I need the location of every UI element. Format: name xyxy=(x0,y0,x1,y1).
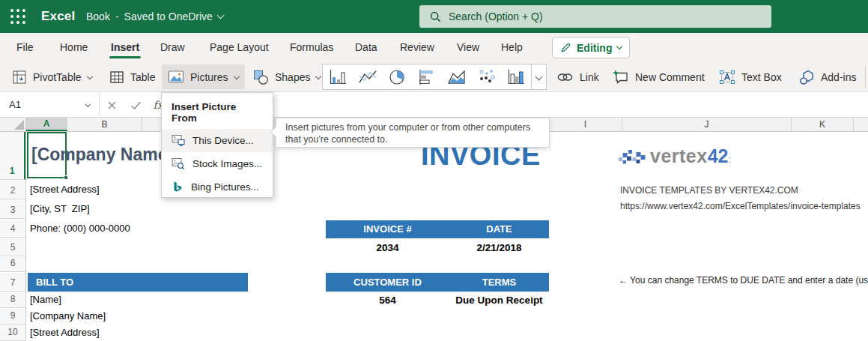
column-header-k[interactable]: K xyxy=(792,118,854,131)
column-header-partial[interactable] xyxy=(854,118,868,131)
dropdown-header: Insert Picture From xyxy=(162,93,273,129)
pictures-button[interactable]: Pictures xyxy=(162,64,245,89)
column-header-i[interactable]: I xyxy=(549,118,622,131)
ribbon-tab-bar: File Home Insert Draw Page Layout Formul… xyxy=(0,33,868,61)
cell-customer-id[interactable]: 564 xyxy=(326,295,449,306)
row-header-10[interactable]: 10 xyxy=(0,325,25,341)
row-header-1[interactable]: 1 xyxy=(0,132,25,180)
menu-item-this-device[interactable]: This Device... xyxy=(162,129,273,152)
invoice-number-values-row[interactable]: 2034 2/21/2018 xyxy=(326,242,549,253)
chevron-down-icon xyxy=(85,101,91,106)
cell-phone[interactable]: Phone: (000) 000-0000 xyxy=(30,223,130,234)
cell-bill-street[interactable]: [Street Address] xyxy=(30,327,100,338)
ribbon-divider xyxy=(865,66,866,88)
chart-gallery-expand-button[interactable] xyxy=(531,64,546,89)
table-button[interactable]: Table xyxy=(103,64,161,89)
cell-city-st-zip[interactable]: [City, ST ZIP] xyxy=(30,203,90,214)
cell-bill-name[interactable]: [Name] xyxy=(30,294,61,305)
formula-bar: A1 fx xyxy=(0,92,868,118)
area-chart-button[interactable] xyxy=(442,64,472,89)
row-header-4[interactable]: 4 xyxy=(0,219,25,238)
cancel-entry-button[interactable] xyxy=(103,97,120,112)
cell-terms[interactable]: Due Upon Receipt xyxy=(449,295,549,306)
editing-mode-button[interactable]: Editing xyxy=(552,37,630,58)
search-input[interactable]: Search (Option + Q) xyxy=(419,5,771,28)
bar-chart-button[interactable] xyxy=(412,64,442,89)
this-device-icon xyxy=(172,134,185,147)
chevron-down-icon xyxy=(616,43,622,49)
row-header-2[interactable]: 2 xyxy=(0,180,25,199)
fill-handle[interactable] xyxy=(64,175,68,180)
logo-colon: : xyxy=(728,154,731,165)
selected-cell-a1[interactable] xyxy=(27,132,67,178)
tab-review[interactable]: Review xyxy=(400,33,434,61)
text-box-button[interactable]: Text Box xyxy=(713,64,788,89)
link-button[interactable]: Link xyxy=(550,64,605,89)
bill-to-label: BILL TO xyxy=(36,277,73,288)
tab-insert[interactable]: Insert xyxy=(111,33,139,61)
invoice-number-header-bar[interactable]: INVOICE # DATE xyxy=(326,220,549,238)
chart-gallery xyxy=(322,64,547,90)
column-chart-icon xyxy=(328,68,347,86)
column-header-a[interactable]: A xyxy=(26,118,67,131)
cell-bill-company[interactable]: [Company Name] xyxy=(30,310,106,322)
row-header-6[interactable]: 6 xyxy=(0,256,25,272)
bill-to-header-bar[interactable]: BILL TO xyxy=(28,273,248,292)
menu-item-stock-images[interactable]: Stock Images... xyxy=(162,152,273,175)
app-launcher-waffle-icon[interactable] xyxy=(9,7,27,25)
tab-home[interactable]: Home xyxy=(60,33,88,61)
shapes-button[interactable]: Shapes xyxy=(247,64,327,89)
pivottable-button[interactable]: PivotTable xyxy=(6,64,98,89)
terms-note: ← You can change TERMS to DUE DATE and e… xyxy=(619,275,868,286)
cell-street-address[interactable]: [Street Address] xyxy=(30,184,100,195)
tab-data[interactable]: Data xyxy=(355,33,377,61)
cell-invoice-number[interactable]: 2034 xyxy=(326,242,449,253)
tab-view[interactable]: View xyxy=(457,33,479,61)
customer-id-values-row[interactable]: 564 Due Upon Receipt xyxy=(326,295,549,306)
row-header-9[interactable]: 9 xyxy=(0,308,25,325)
document-name[interactable]: Book xyxy=(86,10,110,22)
document-title-group[interactable]: Book - Saved to OneDrive xyxy=(86,10,223,22)
row-header-7[interactable]: 7 xyxy=(0,272,25,292)
combo-chart-icon xyxy=(506,68,526,86)
search-placeholder: Search (Option + Q) xyxy=(449,10,543,22)
chevron-down-icon xyxy=(315,73,321,79)
cell-invoice-date[interactable]: 2/21/2018 xyxy=(449,242,549,253)
row-header-3[interactable]: 3 xyxy=(0,199,25,219)
select-all-corner[interactable] xyxy=(0,118,26,131)
menu-item-label: Bing Pictures... xyxy=(191,181,259,193)
tab-page-layout[interactable]: Page Layout xyxy=(210,33,269,61)
pictures-icon xyxy=(168,70,184,84)
new-comment-button[interactable]: New Comment xyxy=(607,64,711,89)
line-chart-button[interactable] xyxy=(353,64,383,89)
date-label: DATE xyxy=(449,220,549,238)
chevron-down-icon xyxy=(86,73,92,79)
row-header-5[interactable]: 5 xyxy=(0,238,25,256)
name-box[interactable]: A1 xyxy=(0,92,100,117)
cancel-icon xyxy=(107,100,117,110)
addins-label: Add-ins xyxy=(821,71,856,83)
column-header-j[interactable]: J xyxy=(622,118,792,131)
menu-item-bing-pictures[interactable]: Bing Pictures... xyxy=(162,175,273,199)
app-name[interactable]: Excel xyxy=(41,9,75,24)
customer-id-header-bar[interactable]: CUSTOMER ID TERMS xyxy=(326,273,549,292)
sheet-canvas[interactable]: [Company Name] [Street Address] [City, S… xyxy=(26,132,868,341)
tab-help[interactable]: Help xyxy=(501,33,523,61)
enter-entry-button[interactable] xyxy=(127,97,144,112)
tab-draw[interactable]: Draw xyxy=(160,33,185,61)
scatter-chart-button[interactable] xyxy=(472,64,502,89)
new-comment-icon xyxy=(613,70,629,85)
pie-chart-button[interactable] xyxy=(382,64,412,89)
area-chart-icon xyxy=(447,68,467,86)
column-chart-button[interactable] xyxy=(323,64,353,89)
templates-url[interactable]: https://www.vertex42.com/ExcelTemplates/… xyxy=(620,201,861,211)
save-status[interactable]: Saved to OneDrive xyxy=(124,10,213,22)
column-header-b[interactable]: B xyxy=(67,118,142,131)
tab-file[interactable]: File xyxy=(16,33,34,61)
link-icon xyxy=(556,70,574,85)
tab-formulas[interactable]: Formulas xyxy=(290,33,333,61)
addins-button[interactable]: Add-ins xyxy=(792,64,862,89)
row-header-8[interactable]: 8 xyxy=(0,292,25,308)
combo-chart-button[interactable] xyxy=(501,64,531,89)
bing-icon xyxy=(172,181,183,193)
